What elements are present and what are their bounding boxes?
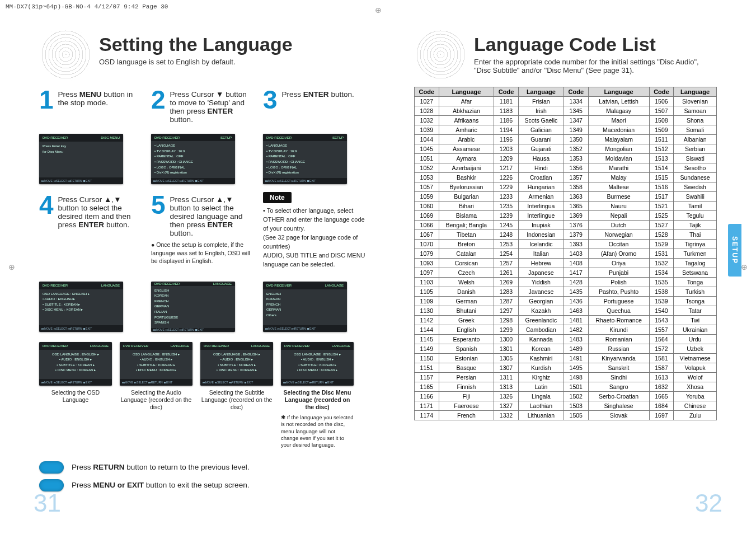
code-cell: 1254 (494, 249, 519, 259)
language-cell: Swedish (674, 182, 717, 192)
code-cell: 1305 (494, 354, 519, 363)
code-cell: 1350 (564, 135, 588, 144)
language-cell: Interlingua (518, 202, 564, 211)
step-3: 3 Press ENTER button. (263, 87, 364, 124)
step-number: 4 (39, 192, 54, 218)
language-cell: Welsh (439, 278, 494, 287)
code-cell: 1032 (415, 116, 439, 125)
code-cell: 1512 (649, 144, 674, 154)
code-cell: 1632 (649, 382, 674, 392)
language-cell: French (439, 411, 494, 420)
language-cell: Nauru (588, 202, 649, 211)
table-row: 1032Afrikaans1186Scots Gaelic1347Maori15… (415, 116, 717, 125)
language-cell: Nepali (588, 211, 649, 221)
code-cell: 1665 (649, 392, 674, 401)
page-title-right: Language Code List (474, 34, 717, 55)
code-cell: 1217 (494, 163, 519, 173)
code-cell: 1495 (564, 363, 588, 373)
language-cell: Tegulu (674, 211, 717, 221)
language-cell: Afrikaans (439, 116, 494, 125)
code-cell: 1059 (415, 192, 439, 202)
code-cell: 1483 (564, 335, 588, 344)
code-cell: 1511 (649, 135, 674, 144)
table-row: 1079Catalan1254Italian1403(Afan) Oromo15… (415, 249, 717, 259)
table-header: Code (415, 87, 439, 97)
language-cell: Quechua (588, 306, 649, 316)
language-cell: Sundanese (674, 173, 717, 182)
language-cell: Georgian (518, 297, 564, 306)
step-2: 2 Press Cursor ▼ button to move to 'Setu… (151, 87, 252, 124)
language-cell: Malagasy (588, 106, 649, 116)
language-cell: Mongolian (588, 144, 649, 154)
language-cell: Somali (674, 125, 717, 135)
disclaimer-text: ✱ If the language you selected is not re… (281, 414, 354, 449)
note-line: AUDIO, SUB TITLE and DISC MENU language … (263, 251, 369, 269)
code-cell: 1543 (649, 316, 674, 325)
page-subtitle-right: Enter the appropriate code number for th… (474, 58, 717, 74)
code-cell: 1070 (415, 240, 439, 249)
code-cell: 1196 (494, 135, 519, 144)
language-cell: Oriya (588, 259, 649, 268)
code-cell: 1435 (564, 287, 588, 297)
language-cell: Byelorussian (439, 182, 494, 192)
language-cell: Tamil (674, 202, 717, 211)
osd-screenshot: DVD RECEIVERLANGUAGE ENGLISHKOREANFRENCH… (151, 282, 235, 332)
step-text: Press MENU button in the stop mode. (58, 87, 140, 107)
code-cell: 1408 (564, 259, 588, 268)
language-cell: Setswana (674, 268, 717, 278)
language-cell: Romanian (588, 335, 649, 344)
code-cell: 1482 (564, 325, 588, 335)
language-cell: Twi (674, 316, 717, 325)
code-cell: 1527 (649, 221, 674, 230)
thumbnail-caption: Selecting the Disc Menu Language (record… (281, 389, 354, 411)
language-cell: Lingala (518, 392, 564, 401)
table-header: Language (518, 87, 564, 97)
language-cell: Tigrinya (674, 240, 717, 249)
language-cell: Indonesian (518, 230, 564, 240)
decorative-circle-icon (39, 28, 92, 81)
step-5-note: ● Once the setup is complete, if the lan… (151, 241, 252, 265)
language-cell: Yiddish (518, 278, 564, 287)
language-cell: Interlingue (518, 211, 564, 221)
code-cell: 1436 (564, 297, 588, 306)
code-cell: 1057 (415, 182, 439, 192)
language-cell: Hausa (518, 154, 564, 163)
code-cell: 1572 (649, 344, 674, 354)
code-cell: 1171 (415, 401, 439, 411)
code-cell: 1313 (494, 382, 519, 392)
language-cell: Tsonga (674, 297, 717, 306)
menu-exit-instruction: Press MENU or EXIT button to exit the se… (39, 479, 369, 491)
code-cell: 1534 (649, 268, 674, 278)
language-cell: Pashto, Pushto (588, 287, 649, 297)
code-cell: 1697 (649, 411, 674, 420)
osd-screenshot: DVD RECEIVERDISC MENU Press Enter keyfor… (39, 134, 123, 184)
language-cell: Singhalese (588, 401, 649, 411)
table-row: 1052Azerbaijani1217Hindi1356Marathi1514S… (415, 163, 717, 173)
code-cell: 1105 (415, 287, 439, 297)
language-cell: Latin (518, 382, 564, 392)
table-row: 1105Danish1283Javanese1435Pashto, Pushto… (415, 287, 717, 297)
table-row: 1053Bashkir1226Croatian1357Malay1515Sund… (415, 173, 717, 182)
code-cell: 1393 (564, 240, 588, 249)
code-cell: 1491 (564, 354, 588, 363)
page-title-left: Setting the Language (99, 34, 293, 55)
return-button-icon (39, 461, 64, 474)
language-cell: Inupiak (518, 221, 564, 230)
code-cell: 1269 (494, 278, 519, 287)
language-cell: Vietnamese (674, 354, 717, 363)
language-cell: Kashmiri (518, 354, 564, 363)
language-cell: Gujarati (518, 144, 564, 154)
step-number: 1 (39, 87, 54, 113)
code-cell: 1501 (564, 382, 588, 392)
page-number: 31 (34, 489, 61, 517)
code-cell: 1166 (415, 392, 439, 401)
table-row: 1059Bulgarian1233Armenian1363Burmese1517… (415, 192, 717, 202)
language-cell: Polish (588, 278, 649, 287)
language-cell: Cambodian (518, 325, 564, 335)
code-cell: 1300 (494, 335, 519, 344)
code-cell: 1261 (494, 268, 519, 278)
code-cell: 1287 (494, 297, 519, 306)
note-line: To select other language, select OTHER a… (263, 207, 369, 233)
language-cell: Frisian (518, 97, 564, 106)
language-cell: Armenian (518, 192, 564, 202)
